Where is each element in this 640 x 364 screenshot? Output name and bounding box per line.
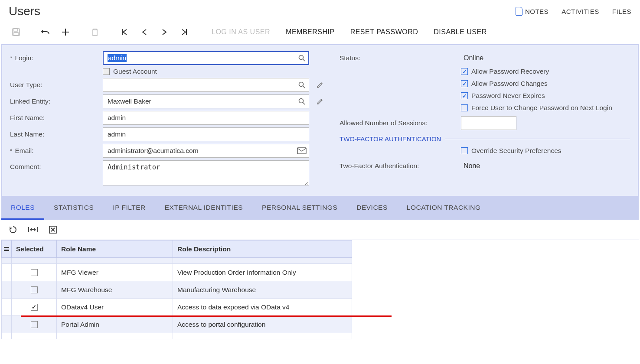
row-checkbox[interactable] bbox=[31, 321, 38, 328]
row-handle[interactable] bbox=[2, 333, 12, 339]
edit-linked-entity-button[interactable] bbox=[313, 95, 327, 108]
allow-password-changes-label: Allow Password Changes bbox=[471, 80, 548, 88]
prev-record-button[interactable] bbox=[134, 24, 154, 40]
edit-user-type-button[interactable] bbox=[313, 78, 327, 91]
refresh-button[interactable] bbox=[7, 224, 19, 235]
last-name-label: Last Name: bbox=[10, 130, 103, 138]
login-label: *Login: bbox=[10, 54, 103, 62]
two-factor-section-title: TWO-FACTOR AUTHENTICATION bbox=[340, 135, 445, 143]
files-button[interactable]: FILES bbox=[612, 8, 631, 15]
force-change-password-label: Force User to Change Password on Next Lo… bbox=[471, 104, 612, 112]
role-name-cell bbox=[57, 258, 173, 264]
role-name-cell: ODatav4 User bbox=[57, 299, 173, 316]
force-change-password-checkbox[interactable] bbox=[461, 104, 468, 111]
tab-ip-filter[interactable]: IP FILTER bbox=[103, 197, 155, 220]
lookup-icon[interactable] bbox=[298, 98, 306, 105]
col-header-role-description[interactable]: Role Description bbox=[173, 240, 352, 258]
svg-rect-1 bbox=[14, 29, 17, 31]
guest-account-label: Guest Account bbox=[113, 68, 157, 75]
selected-cell[interactable] bbox=[12, 333, 57, 339]
first-name-label: First Name: bbox=[10, 114, 103, 122]
doc-icon bbox=[516, 7, 522, 16]
first-record-button[interactable] bbox=[114, 24, 134, 40]
override-security-checkbox[interactable] bbox=[461, 147, 468, 154]
undo-button[interactable] bbox=[36, 24, 56, 40]
allow-password-recovery-checkbox[interactable] bbox=[461, 68, 468, 75]
row-checkbox[interactable] bbox=[31, 286, 38, 293]
reset-password-button[interactable]: RESET PASSWORD bbox=[343, 24, 426, 40]
comment-label: Comment: bbox=[10, 160, 103, 171]
role-name-cell: MFG Viewer bbox=[57, 264, 173, 281]
lookup-icon[interactable] bbox=[298, 81, 306, 89]
table-row[interactable]: MFG Warehouse Manufacturing Warehouse bbox=[2, 281, 353, 299]
row-handle[interactable] bbox=[2, 281, 12, 299]
role-desc-cell bbox=[173, 258, 352, 264]
table-row[interactable]: MFG Viewer View Production Order Informa… bbox=[2, 264, 353, 281]
section-divider bbox=[445, 139, 630, 139]
row-checkbox[interactable] bbox=[31, 304, 38, 311]
allowed-sessions-field[interactable] bbox=[461, 116, 516, 130]
role-desc-cell bbox=[173, 333, 352, 339]
table-row[interactable]: ODatav4 User Access to data exposed via … bbox=[2, 299, 353, 316]
lookup-icon[interactable] bbox=[298, 54, 306, 62]
roles-grid[interactable]: Selected Role Name Role Description MFG … bbox=[1, 240, 353, 339]
svg-point-3 bbox=[299, 55, 304, 60]
tab-location-tracking[interactable]: LOCATION TRACKING bbox=[397, 197, 490, 220]
login-field[interactable]: admin bbox=[103, 51, 309, 65]
table-row[interactable]: Portal Admin Access to portal configurat… bbox=[2, 316, 353, 333]
save-button bbox=[6, 24, 26, 40]
selected-cell[interactable] bbox=[12, 264, 57, 281]
files-label: FILES bbox=[612, 8, 631, 15]
page-title: Users bbox=[9, 4, 40, 18]
selected-cell[interactable] bbox=[12, 299, 57, 316]
row-handle[interactable] bbox=[2, 258, 12, 264]
tab-statistics[interactable]: STATISTICS bbox=[44, 197, 103, 220]
add-button[interactable] bbox=[56, 24, 75, 40]
selected-cell[interactable] bbox=[12, 316, 57, 333]
membership-button[interactable]: MEMBERSHIP bbox=[278, 24, 343, 40]
row-handle[interactable] bbox=[2, 299, 12, 316]
password-never-expires-label: Password Never Expires bbox=[471, 92, 545, 100]
col-header-selected[interactable]: Selected bbox=[12, 240, 57, 258]
col-header-role-name[interactable]: Role Name bbox=[57, 240, 173, 258]
row-handle[interactable] bbox=[2, 316, 12, 333]
role-desc-cell: Access to data exposed via OData v4 bbox=[173, 299, 352, 316]
status-value: Online bbox=[461, 54, 483, 62]
row-checkbox[interactable] bbox=[31, 269, 38, 276]
table-row[interactable] bbox=[2, 258, 353, 264]
email-label: *Email: bbox=[10, 147, 103, 155]
comment-field[interactable] bbox=[103, 160, 309, 185]
grid-corner-button[interactable] bbox=[2, 240, 12, 258]
tab-personal-settings[interactable]: PERSONAL SETTINGS bbox=[252, 197, 347, 220]
export-excel-button[interactable] bbox=[47, 224, 59, 235]
row-handle[interactable] bbox=[2, 264, 12, 281]
login-value-selected: admin bbox=[108, 54, 127, 62]
guest-account-checkbox bbox=[103, 68, 110, 75]
fit-columns-button[interactable] bbox=[27, 224, 39, 235]
role-desc-cell: View Production Order Information Only bbox=[173, 264, 352, 281]
role-desc-cell: Access to portal configuration bbox=[173, 316, 352, 333]
tab-devices[interactable]: DEVICES bbox=[347, 197, 397, 220]
allow-password-changes-checkbox[interactable] bbox=[461, 80, 468, 87]
svg-point-5 bbox=[299, 99, 304, 103]
tab-roles[interactable]: ROLES bbox=[1, 197, 44, 220]
user-type-label: User Type: bbox=[10, 81, 103, 89]
mail-icon[interactable] bbox=[297, 147, 307, 154]
user-type-field[interactable] bbox=[103, 78, 309, 92]
selected-cell[interactable] bbox=[12, 258, 57, 264]
disable-user-button[interactable]: DISABLE USER bbox=[426, 24, 494, 40]
last-record-button[interactable] bbox=[174, 24, 194, 40]
role-name-cell: Portal Admin bbox=[57, 316, 173, 333]
activities-button[interactable]: ACTIVITIES bbox=[562, 8, 599, 15]
selected-cell[interactable] bbox=[12, 281, 57, 299]
tab-external-identities[interactable]: EXTERNAL IDENTITIES bbox=[155, 197, 252, 220]
notes-button[interactable]: NOTES bbox=[516, 7, 549, 16]
email-field[interactable] bbox=[103, 144, 309, 158]
svg-rect-8 bbox=[4, 247, 9, 248]
next-record-button[interactable] bbox=[154, 24, 174, 40]
linked-entity-field[interactable] bbox=[103, 94, 309, 108]
table-row[interactable] bbox=[2, 333, 353, 339]
password-never-expires-checkbox[interactable] bbox=[461, 92, 468, 99]
last-name-field[interactable] bbox=[103, 127, 309, 141]
first-name-field[interactable] bbox=[103, 111, 309, 125]
